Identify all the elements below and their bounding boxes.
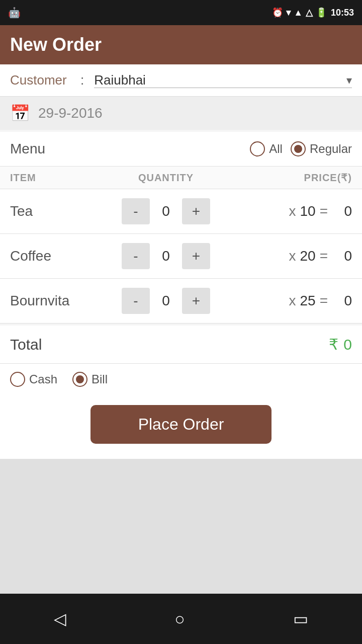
date-row[interactable]: 📅 29-9-2016: [0, 97, 362, 130]
item-name-tea: Tea: [10, 203, 90, 219]
item-name-coffee: Coffee: [10, 248, 90, 264]
unit-price-bournvita: 25: [300, 293, 315, 309]
increase-bournvita[interactable]: +: [182, 288, 210, 314]
qty-value-coffee: 0: [156, 248, 176, 264]
multiply-symbol-coffee: x: [289, 248, 296, 264]
place-order-button[interactable]: Place Order: [90, 405, 272, 444]
total-value-group: ₹ 0: [329, 336, 352, 353]
customer-label: Customer: [10, 72, 80, 88]
menu-item-tea: Tea - 0 + x 10 = 0: [0, 189, 362, 234]
qty-value-tea: 0: [156, 203, 176, 219]
nav-back-button[interactable]: [39, 604, 81, 633]
total-section: Total ₹ 0: [0, 326, 362, 364]
equals-symbol-tea: =: [320, 203, 328, 219]
page-title: New Order: [10, 34, 102, 55]
quantity-controls-bournvita: - 0 +: [90, 288, 241, 314]
filter-all[interactable]: All: [250, 141, 283, 156]
customer-select-wrapper[interactable]: Raiubhai Customer 2 Customer 3: [94, 72, 352, 88]
status-time: 10:53: [331, 8, 354, 18]
payment-section: Cash Bill: [0, 364, 362, 395]
app-header: New Order: [0, 25, 362, 64]
menu-item-bournvita: Bournvita - 0 + x 25 = 0: [0, 279, 362, 324]
menu-label: Menu: [10, 141, 45, 157]
multiply-symbol-bournvita: x: [289, 293, 296, 309]
filter-all-label: All: [269, 142, 283, 156]
menu-header: Menu All Regular: [0, 132, 362, 167]
payment-bill-label: Bill: [92, 372, 108, 386]
status-bar: 🤖 ⏰ ▾ ▲ △ 🔋 10:53: [0, 0, 362, 25]
filter-regular[interactable]: Regular: [291, 141, 352, 156]
col-quantity-header: QUANTITY: [90, 172, 241, 184]
qty-value-bournvita: 0: [156, 293, 176, 309]
col-price-header: PRICE(₹): [241, 172, 352, 184]
signal-icon: ▲: [294, 8, 303, 18]
status-icons: ⏰ ▾ ▲ △ 🔋: [272, 7, 327, 18]
wifi-icon: ▾: [286, 7, 291, 18]
customer-row: Customer : Raiubhai Customer 2 Customer …: [0, 64, 362, 97]
unit-price-coffee: 20: [300, 248, 315, 264]
total-label: Total: [10, 336, 42, 353]
decrease-bournvita[interactable]: -: [122, 288, 150, 314]
quantity-controls-coffee: - 0 +: [90, 243, 241, 269]
rupee-icon: ₹: [329, 336, 338, 353]
total-amount: 0: [343, 336, 352, 353]
radio-regular[interactable]: [291, 141, 306, 156]
payment-cash-label: Cash: [29, 372, 57, 386]
price-display-bournvita: x 25 = 0: [241, 293, 352, 309]
total-row: Total ₹ 0: [10, 336, 352, 353]
signal2-icon: △: [306, 7, 313, 18]
total-price-tea: 0: [332, 203, 352, 219]
bottom-nav: [0, 594, 362, 644]
increase-tea[interactable]: +: [182, 198, 210, 224]
unit-price-tea: 10: [300, 203, 315, 219]
equals-symbol-coffee: =: [320, 248, 328, 264]
date-value: 29-9-2016: [38, 105, 103, 121]
menu-section: Menu All Regular ITEM QUANTITY PRICE(₹) …: [0, 132, 362, 324]
quantity-controls-tea: - 0 +: [90, 198, 241, 224]
price-display-coffee: x 20 = 0: [241, 248, 352, 264]
multiply-symbol-tea: x: [289, 203, 296, 219]
radio-bill[interactable]: [72, 372, 87, 387]
radio-all[interactable]: [250, 141, 265, 156]
decrease-tea[interactable]: -: [122, 198, 150, 224]
table-header: ITEM QUANTITY PRICE(₹): [0, 167, 362, 189]
item-name-bournvita: Bournvita: [10, 293, 90, 309]
radio-cash[interactable]: [10, 372, 25, 387]
battery-icon: 🔋: [316, 7, 327, 18]
order-btn-section: Place Order: [0, 395, 362, 459]
calendar-icon: 📅: [10, 104, 30, 123]
main-content: Customer : Raiubhai Customer 2 Customer …: [0, 64, 362, 594]
customer-colon: :: [80, 72, 84, 88]
menu-filter-group: All Regular: [250, 141, 352, 156]
equals-symbol-bournvita: =: [320, 293, 328, 309]
status-bar-right: ⏰ ▾ ▲ △ 🔋 10:53: [272, 7, 354, 18]
menu-item-coffee: Coffee - 0 + x 20 = 0: [0, 234, 362, 279]
alarm-icon: ⏰: [272, 7, 283, 18]
customer-dropdown[interactable]: Raiubhai Customer 2 Customer 3: [94, 72, 352, 88]
decrease-coffee[interactable]: -: [122, 243, 150, 269]
android-icon: 🤖: [8, 7, 21, 19]
payment-cash[interactable]: Cash: [10, 372, 57, 387]
nav-recents-button[interactable]: [278, 604, 323, 633]
price-display-tea: x 10 = 0: [241, 203, 352, 219]
filter-regular-label: Regular: [310, 142, 352, 156]
gray-spacer: [0, 459, 362, 594]
status-bar-left: 🤖: [8, 7, 21, 19]
total-price-bournvita: 0: [332, 293, 352, 309]
total-price-coffee: 0: [332, 248, 352, 264]
nav-home-button[interactable]: [159, 604, 200, 634]
increase-coffee[interactable]: +: [182, 243, 210, 269]
payment-bill[interactable]: Bill: [72, 372, 108, 387]
col-item-header: ITEM: [10, 172, 90, 184]
